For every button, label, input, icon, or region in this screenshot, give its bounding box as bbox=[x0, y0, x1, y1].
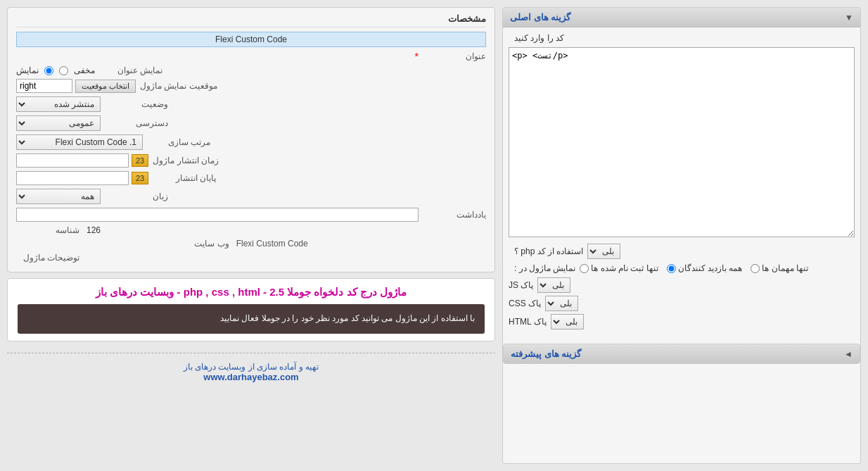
id-label: شناسه bbox=[16, 225, 79, 235]
show-title-radio-group: مخفی نمایش bbox=[16, 65, 95, 75]
code-label: کد را وارد کنید bbox=[514, 33, 564, 43]
module-type: Flexi Custom Code bbox=[236, 239, 308, 249]
css-label: پاک CSS bbox=[509, 299, 541, 308]
registered-radio[interactable] bbox=[580, 264, 589, 273]
css-select[interactable]: بلی bbox=[545, 296, 578, 311]
show-title-label: نمایش عنوان bbox=[99, 65, 162, 75]
js-label: پاک JS bbox=[509, 280, 533, 290]
start-date-container: 23 00:00:00 0000-00-00 bbox=[16, 153, 148, 168]
lang-select[interactable]: همه bbox=[16, 189, 101, 204]
main-options-header[interactable]: ▼ گزینه های اصلی bbox=[503, 8, 860, 27]
hide-label: مخفی bbox=[74, 65, 95, 75]
footer-url[interactable]: www.darhayebaz.com bbox=[10, 372, 492, 382]
desc-title: ماژول درج کد دلخواه جوملا 2.5 - php , cs… bbox=[18, 286, 485, 299]
js-select[interactable]: بلی bbox=[537, 277, 570, 293]
tooltip-label: توضیحات ماژول bbox=[16, 253, 79, 263]
id-value: 126 bbox=[87, 225, 101, 235]
arrow-icon: ▼ bbox=[845, 13, 853, 23]
ordering-select[interactable]: Flexi Custom Code .1 bbox=[16, 134, 143, 150]
registered-label: همه بازدید کنندگان bbox=[678, 263, 743, 273]
html-select[interactable]: بلی bbox=[551, 314, 584, 329]
access-label: دسترسی bbox=[105, 118, 168, 128]
website-label: وب سایت bbox=[194, 239, 229, 249]
end-date-cal-btn[interactable]: 23 bbox=[132, 172, 148, 184]
title-label: عنوان bbox=[423, 51, 486, 61]
status-select[interactable]: منتشر شده bbox=[16, 96, 101, 112]
main-options-title: گزینه های اصلی bbox=[510, 12, 570, 23]
start-date-label: زمان انتشار ماژول bbox=[153, 156, 219, 165]
position-label: موقعیت نمایش ماژول bbox=[140, 81, 217, 91]
code-input[interactable]: <p> <تست/p> bbox=[509, 47, 855, 237]
html-label: پاک HTML bbox=[509, 317, 547, 327]
end-date-container: 23 00:00:00 0000-00-00 bbox=[16, 171, 148, 185]
position-input[interactable] bbox=[16, 79, 72, 93]
lang-label: زبان bbox=[105, 191, 168, 201]
footer-section: تهیه و آماده سازی از وبسایت درهای باز ww… bbox=[7, 359, 495, 385]
end-date-label: پایان انتشار bbox=[153, 173, 216, 183]
access-select[interactable]: عمومی bbox=[16, 115, 101, 131]
left-panel: ▼ گزینه های اصلی کد را وارد کنید <p> <تس… bbox=[502, 7, 861, 464]
php-label: استفاده از کد php ؟ bbox=[514, 246, 583, 256]
php-select[interactable]: بلی bbox=[587, 244, 620, 259]
properties-section: مشخصات Flexi Custom Code عنوان * نمایش ع… bbox=[7, 7, 495, 272]
right-panel: مشخصات Flexi Custom Code عنوان * نمایش ع… bbox=[7, 7, 495, 464]
divider bbox=[7, 353, 495, 353]
module-title-box: Flexi Custom Code bbox=[16, 32, 486, 47]
id-row: 126 شناسه bbox=[16, 225, 486, 235]
footer-line1: تهیه و آماده سازی از وبسایت درهای باز bbox=[10, 362, 492, 372]
start-date-input[interactable]: 00:00:00 0000-00-00 bbox=[16, 153, 129, 168]
all-label: تنها ثبت نام شده ها bbox=[591, 263, 658, 273]
start-date-cal-btn[interactable]: 23 bbox=[132, 154, 148, 167]
advanced-options-title: گزینه های پیشرفته bbox=[511, 348, 581, 359]
display-label: نمایش ماژول در : bbox=[514, 263, 575, 273]
status-label: وضعیت bbox=[105, 99, 168, 109]
select-position-btn[interactable]: انتخاب موقعیت bbox=[75, 80, 136, 93]
show-label: نمایش bbox=[16, 65, 39, 75]
hide-radio[interactable] bbox=[59, 66, 68, 75]
position-container: انتخاب موقعیت bbox=[16, 79, 136, 93]
end-date-input[interactable]: 00:00:00 0000-00-00 bbox=[16, 171, 129, 185]
show-radio[interactable] bbox=[44, 66, 53, 75]
notes-label: یادداشت bbox=[423, 210, 486, 220]
notes-input[interactable] bbox=[16, 208, 419, 222]
guests-label: تنها مهمان ها bbox=[762, 263, 808, 273]
display-radio-group: تنها مهمان ها همه بازدید کنندگان تنها ثب… bbox=[580, 263, 808, 273]
ordering-label: مرتب سازی bbox=[147, 137, 210, 147]
desc-section: ماژول درج کد دلخواه جوملا 2.5 - php , cs… bbox=[7, 278, 495, 341]
all-radio[interactable] bbox=[667, 264, 676, 273]
required-star: * bbox=[415, 51, 419, 62]
props-header: مشخصات bbox=[16, 13, 486, 27]
website-row: Flexi Custom Code وب سایت bbox=[16, 239, 486, 249]
desc-box: با استفاده از این ماژول می توانید کد مور… bbox=[18, 304, 485, 334]
advanced-arrow-icon: ◄ bbox=[844, 349, 853, 359]
guests-radio[interactable] bbox=[751, 264, 760, 273]
advanced-options-header[interactable]: ◄ گزینه های پیشرفته bbox=[503, 344, 860, 364]
